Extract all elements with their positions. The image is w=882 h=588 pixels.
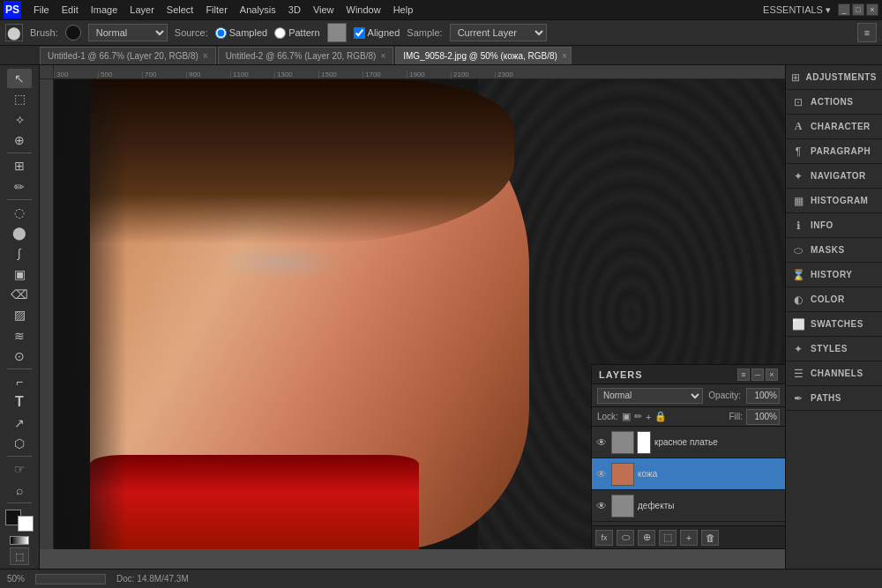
maximize-btn[interactable]: □ (852, 4, 864, 16)
menu-view[interactable]: View (308, 3, 340, 17)
panel-styles[interactable]: ✦ STYLES (786, 337, 882, 361)
panel-paths[interactable]: ✒ PATHS (786, 386, 882, 411)
layer-adjustment-btn[interactable]: ⊕ (638, 530, 655, 546)
layer-visibility-1[interactable]: 👁 (595, 436, 608, 449)
lock-transparent-btn[interactable]: ▣ (622, 411, 631, 422)
quick-select-btn[interactable]: ⊕ (7, 130, 32, 150)
essentials-label[interactable]: ESSENTIALS ▾ (763, 4, 831, 16)
layer-visibility-3[interactable]: 👁 (595, 500, 608, 512)
tool-preset-picker[interactable]: ⬤ (5, 24, 23, 41)
panel-character[interactable]: A CHARACTER (786, 115, 882, 139)
tab-close-3[interactable]: × (562, 51, 567, 61)
lock-all-btn[interactable]: 🔒 (654, 411, 667, 422)
menu-image[interactable]: Image (86, 3, 123, 17)
blend-mode-select[interactable]: Normal (597, 388, 703, 404)
layer-thumb-3 (611, 495, 634, 517)
layers-panel-menu[interactable]: ≡ (737, 368, 750, 381)
panel-masks[interactable]: ⬭ MASKS (786, 238, 882, 263)
sampled-radio[interactable]: Sampled (215, 27, 267, 39)
panel-histogram[interactable]: ▦ HISTOGRAM (786, 189, 882, 213)
mode-select[interactable]: Normal (88, 24, 168, 41)
blur-btn[interactable]: ≋ (7, 326, 32, 346)
menu-edit[interactable]: Edit (56, 3, 84, 17)
color-swatches[interactable] (5, 510, 34, 532)
healing-brush-btn[interactable]: ◌ (7, 203, 32, 222)
fill-input[interactable] (746, 409, 780, 425)
panel-swatches[interactable]: ⬜ SWATCHES (786, 312, 882, 337)
eyedropper-btn[interactable]: ✏ (7, 176, 32, 196)
layers-panel-minimize[interactable]: ─ (751, 368, 764, 381)
menu-filter[interactable]: Filter (200, 3, 232, 17)
pattern-radio[interactable]: Pattern (274, 27, 319, 39)
tab-close-2[interactable]: × (380, 51, 385, 61)
lasso-tool-btn[interactable]: ⟡ (7, 110, 32, 130)
layer-item-2[interactable]: 👁 кожа (592, 458, 785, 490)
brush-preview[interactable] (65, 25, 81, 41)
menu-layer[interactable]: Layer (124, 3, 160, 17)
brush-btn[interactable]: ⬤ (7, 223, 32, 242)
panel-channels[interactable]: ☰ CHANNELS (786, 361, 882, 386)
panel-info[interactable]: ℹ INFO (786, 213, 882, 238)
ruler-mark: 1700 (363, 71, 407, 78)
history-brush-btn[interactable]: ▣ (7, 264, 32, 284)
tab-untitled1[interactable]: Untitled-1 @ 66.7% (Layer 20, RGB/8) × (40, 47, 216, 64)
channels-icon: ☰ (791, 367, 805, 381)
hand-btn[interactable]: ☞ (7, 459, 32, 479)
quick-mask-btn[interactable] (10, 536, 29, 545)
opacity-input[interactable] (746, 388, 780, 404)
tab-untitled2[interactable]: Untitled-2 @ 66.7% (Layer 20, RGB/8) × (218, 47, 394, 64)
options-extra-btn[interactable]: ≡ (857, 23, 877, 42)
zoom-slider[interactable] (35, 574, 106, 584)
zoom-level: 50% (7, 574, 25, 584)
marquee-tool-btn[interactable]: ⬚ (7, 89, 32, 108)
layer-item-1[interactable]: 👁 красное платье (592, 427, 785, 458)
zoom-btn[interactable]: ⌕ (7, 480, 32, 499)
move-tool-btn[interactable]: ↖ (7, 69, 32, 88)
background-color[interactable] (18, 516, 34, 532)
pen-btn[interactable]: ⌐ (7, 372, 32, 391)
screen-mode-btn[interactable]: ⬚ (10, 547, 29, 565)
lock-position-btn[interactable]: + (646, 412, 651, 422)
tab-img9058[interactable]: IMG_9058-2.jpg @ 50% (кожа, RGB/8) × (395, 47, 572, 64)
layer-visibility-2[interactable]: 👁 (595, 468, 608, 480)
menu-3d[interactable]: 3D (283, 3, 306, 17)
layer-fx-btn[interactable]: fx (595, 530, 613, 546)
new-layer-btn[interactable]: + (680, 530, 698, 546)
pattern-swatch[interactable] (327, 23, 347, 42)
layer-mask-btn[interactable]: ⬭ (617, 530, 634, 546)
sample-select[interactable]: Current Layer (450, 24, 547, 41)
close-btn[interactable]: × (866, 4, 878, 16)
panel-color[interactable]: ◐ COLOR (786, 287, 882, 312)
path-select-btn[interactable]: ↗ (7, 413, 32, 433)
panel-adjustments[interactable]: ⊞ ADJUSTMENTS (786, 65, 882, 90)
menu-window[interactable]: Window (341, 3, 386, 17)
clone-stamp-btn[interactable]: ∫ (7, 243, 32, 263)
eraser-btn[interactable]: ⌫ (7, 285, 32, 304)
tab-close-1[interactable]: × (203, 51, 208, 61)
minimize-btn[interactable]: _ (838, 4, 850, 16)
info-icon: ℹ (791, 219, 805, 233)
layer-group-btn[interactable]: ⬚ (659, 530, 676, 546)
menu-help[interactable]: Help (388, 3, 419, 17)
gradient-btn[interactable]: ▨ (7, 305, 32, 324)
menu-file[interactable]: File (28, 3, 55, 17)
menu-select[interactable]: Select (161, 3, 199, 17)
type-btn[interactable]: T (7, 392, 32, 412)
delete-layer-btn[interactable]: 🗑 (701, 530, 719, 546)
crop-tool-btn[interactable]: ⊞ (7, 156, 32, 175)
shape-btn[interactable]: ⬡ (7, 434, 32, 453)
panel-history[interactable]: ⌛ HISTORY (786, 263, 882, 287)
panel-actions[interactable]: ⊡ ACTIONS (786, 90, 882, 115)
panel-paragraph[interactable]: ¶ PARAGRAPH (786, 139, 882, 164)
masks-icon: ⬭ (791, 243, 805, 257)
ruler-mark: 1500 (318, 71, 363, 78)
clothing-area (90, 455, 419, 549)
aligned-checkbox[interactable]: Aligned (354, 27, 400, 39)
panel-navigator[interactable]: ✦ NAVIGATOR (786, 164, 882, 189)
dodge-btn[interactable]: ⊙ (7, 346, 32, 366)
layer-item-3[interactable]: 👁 дефекты (592, 490, 785, 522)
layers-panel-close[interactable]: × (766, 368, 778, 381)
paragraph-label: PARAGRAPH (811, 146, 871, 156)
menu-analysis[interactable]: Analysis (235, 3, 281, 17)
lock-pixels-btn[interactable]: ✏ (634, 411, 642, 422)
